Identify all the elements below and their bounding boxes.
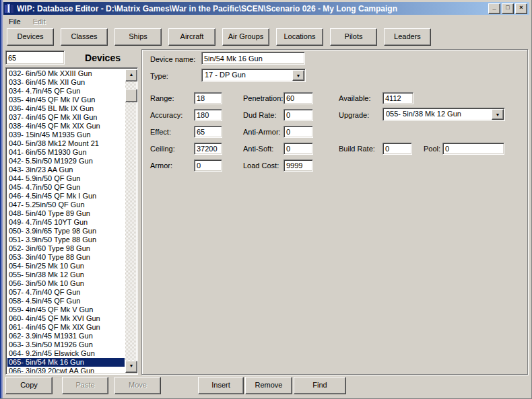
scroll-down-icon[interactable]: ▼ [125,361,137,373]
type-label: Type: [150,72,168,80]
type-dropdown[interactable]: 17 - DP Gun ▼ [201,69,306,82]
upgrade-dropdown[interactable]: 055- 5in/38 Mk 12 Gun ▼ [383,108,505,121]
window-controls: _ □ × [488,3,527,14]
list-item[interactable]: 039- 15in/45 M1935 Gun [7,131,125,139]
type-value: 17 - DP Gun [205,71,292,79]
list-item[interactable]: 059- 4in/45 QF Mk V Gun [7,305,125,314]
list-item[interactable]: 034- 4.7in/45 QF Gun [7,87,125,96]
devices-listbox[interactable]: 032- 6in/50 Mk XXIII Gun033- 6in/45 Mk X… [5,67,138,375]
minimize-icon[interactable]: _ [488,3,500,14]
toolbar-pilots-button[interactable]: Pilots [330,28,377,46]
list-item[interactable]: 049- 4.7in/45 10YT Gun [7,218,125,227]
devices-header: Devices [67,52,138,63]
list-item[interactable]: 057- 4.7in/40 QF Gun [7,288,125,297]
toolbar-devices-button[interactable]: Devices [7,28,54,46]
list-item[interactable]: 066- 3in/39 20cwt AA Gun [7,367,125,373]
title-bar[interactable]: WIP: Database Editor - D:\Matrix Games\W… [3,2,529,15]
device-name-input[interactable] [201,52,305,65]
close-icon[interactable]: × [515,3,527,14]
list-item[interactable]: 060- 4in/45 QF Mk XVI Gun [7,314,125,323]
list-item[interactable]: 047- 5.25in/50 QF Gun [7,201,125,209]
anti-soft-input[interactable] [284,143,313,155]
move-button[interactable]: Move [114,377,161,394]
list-item[interactable]: 053- 3in/40 Type 88 Gun [7,253,125,262]
list-item[interactable]: 035- 4in/45 QF Mk IV Gun [7,96,125,104]
pool-input[interactable] [442,143,504,155]
list-item[interactable]: 036- 4in/45 BL Mk IX Gun [7,104,125,113]
list-item[interactable]: 037- 4in/45 QF Mk XII Gun [7,113,125,122]
toolbar-classes-button[interactable]: Classes [61,28,108,46]
upgrade-label: Upgrade: [339,111,369,119]
scroll-up-icon[interactable]: ▲ [125,69,137,81]
available-input[interactable] [383,92,413,104]
available-label: Available: [339,94,371,102]
menu-edit[interactable]: Edit [30,17,49,27]
record-number-input[interactable] [5,50,65,65]
list-item[interactable]: 038- 4in/45 QF Mk XIX Gun [7,122,125,131]
list-item[interactable]: 058- 4.5in/45 QF Gun [7,297,125,305]
range-label: Range: [150,94,174,102]
devices-list: 032- 6in/50 Mk XXIII Gun033- 6in/45 Mk X… [7,69,125,373]
toolbar-ships-button[interactable]: Ships [114,28,162,46]
accuracy-label: Accuracy: [150,111,182,119]
dud-rate-label: Dud Rate: [243,111,277,119]
pool-label: Pool: [424,145,440,153]
device-detail-panel: Device name: Type: 17 - DP Gun ▼ Range: … [141,49,528,375]
list-item[interactable]: 048- 5in/40 Type 89 Gun [7,209,125,218]
list-item[interactable]: 042- 5.5in/50 M1929 Gun [7,157,125,166]
upgrade-dropdown-arrow-icon[interactable]: ▼ [492,109,504,120]
copy-button[interactable]: Copy [5,377,53,394]
insert-button[interactable]: Insert [198,377,244,394]
load-cost-input[interactable] [284,159,313,172]
list-item[interactable]: 065- 5in/54 Mk 16 Gun [7,358,125,367]
list-item[interactable]: 044- 5.9in/50 QF Gun [7,174,125,183]
list-item[interactable]: 056- 3in/50 Mk 10 Gun [7,279,125,288]
list-item[interactable]: 032- 6in/50 Mk XXIII Gun [7,69,125,78]
list-item[interactable]: 050- 3.9in/65 Type 98 Gun [7,227,125,235]
list-item[interactable]: 062- 3.9in/45 M1931 Gun [7,332,125,340]
list-item[interactable]: 064- 9.2in/45 Elswick Gun [7,349,125,358]
list-item[interactable]: 046- 4.5in/45 QF Mk I Gun [7,192,125,201]
accuracy-input[interactable] [194,109,222,121]
maximize-icon[interactable]: □ [502,3,514,14]
anti-armor-label: Anti-Armor: [243,128,281,136]
toolbar-locations-button[interactable]: Locations [276,28,323,46]
remove-button[interactable]: Remove [245,377,292,394]
device-name-label: Device name: [150,55,195,63]
window-left-border-inner [1,0,3,398]
ceiling-input[interactable] [194,143,222,155]
dud-rate-input[interactable] [284,109,313,121]
scroll-thumb[interactable] [125,89,137,102]
list-item[interactable]: 063- 3.5in/50 M1926 Gun [7,340,125,349]
devices-scrollbar[interactable]: ▲ ▼ [125,69,136,373]
menu-file[interactable]: File [5,17,24,27]
armor-input[interactable] [194,159,222,172]
list-item[interactable]: 041- 6in/55 M1930 Gun [7,148,125,157]
app-icon [5,4,14,13]
ceiling-label: Ceiling: [150,145,175,153]
list-item[interactable]: 045- 4.7in/50 QF Gun [7,183,125,192]
list-item[interactable]: 055- 5in/38 Mk 12 Gun [7,270,125,279]
load-cost-label: Load Cost: [243,161,279,170]
list-item[interactable]: 061- 4in/45 QF Mk XIX Gun [7,323,125,332]
find-button[interactable]: Find [294,377,346,394]
list-item[interactable]: 033- 6in/45 Mk XII Gun [7,78,125,87]
armor-label: Armor: [150,161,172,170]
penetration-label: Penetration: [243,94,283,102]
list-item[interactable]: 043- 3in/23 AA Gun [7,166,125,174]
type-dropdown-arrow-icon[interactable]: ▼ [292,70,304,81]
list-item[interactable]: 052- 3in/60 Type 98 Gun [7,244,125,253]
list-item[interactable]: 051- 3.9in/50 Type 88 Gun [7,235,125,244]
toolbar-leaders-button[interactable]: Leaders [384,28,431,46]
effect-input[interactable] [194,126,222,138]
build-rate-label: Build Rate: [339,145,375,153]
paste-button[interactable]: Paste [62,377,108,394]
penetration-input[interactable] [284,92,313,104]
anti-armor-input[interactable] [284,126,313,138]
range-input[interactable] [194,92,222,104]
build-rate-input[interactable] [383,143,412,155]
toolbar-air-groups-button[interactable]: Air Groups [222,28,269,46]
list-item[interactable]: 054- 5in/25 Mk 10 Gun [7,262,125,270]
toolbar-aircraft-button[interactable]: Aircraft [168,28,215,46]
list-item[interactable]: 040- 5in/38 Mk12 Mount 21 [7,139,125,148]
